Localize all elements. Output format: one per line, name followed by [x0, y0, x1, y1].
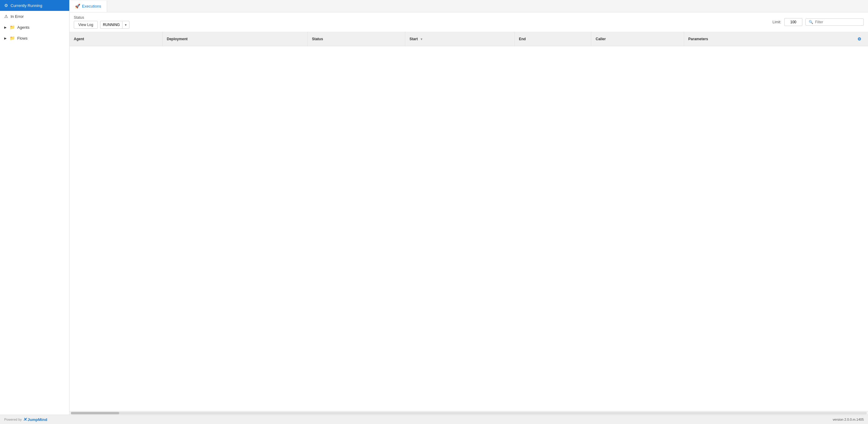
col-header-parameters: Parameters ⚙	[684, 32, 868, 46]
executions-table: Agent Deployment Status Start ▼	[69, 32, 868, 46]
table-container: Agent Deployment Status Start ▼	[69, 32, 868, 411]
chevron-right-icon: ▶	[4, 26, 7, 29]
sidebar: ⚙ Currently Running ⚠ In Error ▶ 📁 Agent…	[0, 0, 69, 415]
view-log-button[interactable]: View Log	[74, 21, 98, 29]
sidebar-item-flows[interactable]: ▶ 📁 Flows	[0, 33, 69, 43]
jumpmind-logo: ✕ JumpMind	[23, 417, 47, 422]
col-header-status: Status	[308, 32, 405, 46]
jumpmind-brand-name: JumpMind	[28, 417, 47, 422]
toolbar: Status View Log RUNNING DONE ERROR ALL ▾	[69, 12, 868, 32]
col-caller-label: Caller	[595, 37, 606, 41]
col-header-caller: Caller	[591, 32, 684, 46]
chevron-down-icon: ▾	[122, 22, 129, 28]
limit-input[interactable]: 100	[784, 18, 802, 26]
col-parameters-label: Parameters	[688, 37, 708, 41]
search-icon: 🔍	[809, 20, 813, 24]
scrollbar-track	[71, 412, 867, 414]
status-select-wrapper: RUNNING DONE ERROR ALL ▾	[100, 21, 129, 29]
status-label: Status	[74, 16, 128, 20]
col-end-label: End	[519, 37, 526, 41]
col-agent-label: Agent	[74, 37, 84, 41]
col-header-end: End	[515, 32, 591, 46]
sidebar-item-label: In Error	[10, 14, 24, 19]
col-start-label: Start	[409, 37, 418, 41]
sort-down-icon: ▼	[420, 37, 423, 41]
sidebar-item-label: Currently Running	[10, 3, 42, 8]
gear-settings-icon[interactable]: ⚙	[855, 35, 864, 43]
main-content: 🚀 Executions Status View Log RUNNING DON…	[69, 0, 868, 415]
folder-icon: 📁	[10, 36, 15, 40]
sidebar-item-agents[interactable]: ▶ 📁 Agents	[0, 22, 69, 33]
col-header-deployment: Deployment	[162, 32, 308, 46]
sidebar-item-in-error[interactable]: ⚠ In Error	[0, 11, 69, 22]
filter-input[interactable]	[815, 20, 861, 24]
sidebar-item-label: Flows	[17, 36, 28, 40]
powered-by-label: Powered by	[4, 418, 22, 421]
limit-label: Limit:	[772, 20, 781, 24]
col-header-start[interactable]: Start ▼	[405, 32, 515, 46]
col-deployment-label: Deployment	[167, 37, 188, 41]
tab-executions[interactable]: 🚀 Executions	[69, 1, 107, 12]
gear-icon: ⚙	[4, 3, 8, 8]
footer-brand: Powered by ✕ JumpMind	[4, 417, 47, 422]
rocket-icon: 🚀	[75, 4, 80, 8]
version-label: version 2.0.0.m.1405	[833, 418, 864, 421]
folder-icon: 📁	[10, 25, 15, 30]
status-label-group: Status View Log RUNNING DONE ERROR ALL ▾	[74, 16, 129, 29]
filter-wrapper: 🔍	[805, 19, 864, 26]
sidebar-item-currently-running[interactable]: ⚙ Currently Running	[0, 0, 69, 11]
status-select[interactable]: RUNNING DONE ERROR ALL	[100, 21, 122, 28]
col-status-label: Status	[312, 37, 323, 41]
chevron-right-icon: ▶	[4, 37, 7, 40]
table-header-row: Agent Deployment Status Start ▼	[69, 32, 868, 46]
tab-bar: 🚀 Executions	[69, 0, 868, 12]
tab-label: Executions	[82, 4, 101, 8]
scrollbar-thumb[interactable]	[71, 412, 119, 414]
warning-icon: ⚠	[4, 14, 8, 19]
horizontal-scrollbar[interactable]	[69, 411, 868, 415]
col-header-agent: Agent	[69, 32, 162, 46]
sidebar-item-label: Agents	[17, 25, 29, 30]
footer: Powered by ✕ JumpMind version 2.0.0.m.14…	[0, 415, 868, 424]
jumpmind-x-icon: ✕	[23, 417, 27, 422]
